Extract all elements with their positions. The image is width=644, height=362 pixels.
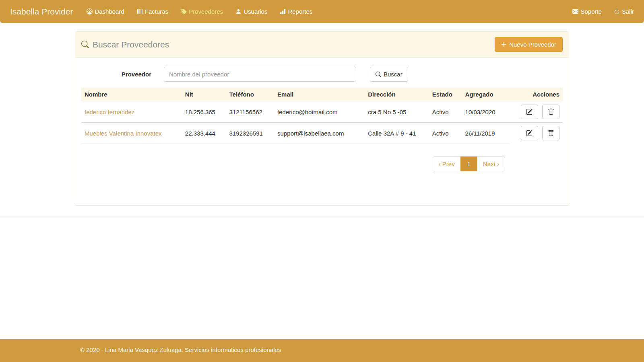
column-header-nombre: Nombre (81, 88, 182, 101)
top-navbar: Isabella Provider Dashboard Facturas Pro… (0, 0, 644, 23)
search-icon (81, 41, 89, 48)
trash-icon (548, 109, 554, 115)
panel-header: Buscar Proveedores Nuevo Proveedor (75, 32, 569, 58)
nav-item-label: Facturas (145, 8, 168, 15)
pagination-page-1[interactable]: 1 (460, 156, 477, 171)
new-provider-button[interactable]: Nuevo Proveedor (495, 37, 563, 52)
power-icon (614, 8, 620, 14)
nav-item-label: Usuarios (244, 8, 267, 15)
brand[interactable]: Isabella Provider (10, 7, 73, 16)
cell-nit: 22.333.444 (182, 123, 226, 144)
footer: © 2020 - Lina Maria Vasquez Zuluaga. Ser… (0, 339, 644, 362)
nav-right: Soporte Salir (560, 8, 634, 15)
barcode-icon (137, 8, 143, 14)
copyright-text: © 2020 - Lina Maria Vasquez Zuluaga. Ser… (75, 339, 569, 353)
provider-label: Proveedor (81, 71, 151, 78)
delete-button[interactable] (542, 126, 559, 140)
pagination-next[interactable]: Next › (477, 156, 505, 171)
column-header-direccion: Dirección (365, 88, 429, 101)
edit-button[interactable] (521, 105, 538, 119)
nav-item-label: Proveedores (189, 8, 223, 15)
new-provider-button-label: Nuevo Proveedor (509, 41, 556, 48)
nav-item-facturas[interactable]: Facturas (137, 8, 168, 15)
table-header-row: Nombre Nit Teléfono Email Dirección Esta… (81, 88, 563, 101)
column-header-telefono: Teléfono (226, 88, 275, 101)
user-icon (235, 8, 242, 14)
search-button-label: Buscar (384, 71, 402, 78)
content-divider (0, 218, 644, 218)
edit-icon (526, 109, 533, 115)
search-icon (376, 72, 381, 77)
cell-direccion: Calle 32A # 9 - 41 (365, 123, 429, 144)
panel-body: Proveedor Buscar Nombre Nit (75, 58, 569, 205)
column-header-email: Email (274, 88, 365, 101)
cell-estado: Activo (429, 123, 462, 144)
nav-item-reportes[interactable]: Reportes (280, 8, 312, 15)
cell-email: federico@hotmail.com (274, 101, 365, 123)
nav-item-label: Reportes (288, 8, 312, 15)
provider-name-link[interactable]: federico fernandez (85, 109, 134, 115)
provider-name-link[interactable]: Muebles Valentina Innovatex (85, 130, 162, 137)
tags-icon (181, 8, 187, 14)
table-row: Muebles Valentina Innovatex 22.333.444 3… (81, 123, 563, 144)
nav-item-salir[interactable]: Salir (614, 8, 634, 15)
cell-nit: 18.256.365 (182, 101, 226, 123)
nav-item-soporte[interactable]: Soporte (572, 8, 602, 15)
page-title-text: Buscar Proveedores (93, 40, 169, 49)
trash-icon (548, 130, 554, 136)
cell-email: support@isabellaea.com (274, 123, 365, 144)
nav-item-dashboard[interactable]: Dashboard (87, 8, 124, 15)
nav-item-label: Dashboard (95, 8, 124, 15)
nav-item-proveedores[interactable]: Proveedores (181, 8, 223, 15)
pagination-prev[interactable]: ‹ Prev (433, 156, 461, 171)
page-title: Buscar Proveedores (81, 40, 169, 49)
nav-item-label: Salir (622, 8, 634, 15)
cell-telefono: 3121156562 (226, 101, 275, 123)
nav-item-label: Soporte (580, 8, 602, 15)
cell-actions (515, 123, 563, 144)
nav-item-usuarios[interactable]: Usuarios (235, 8, 267, 15)
column-header-estado: Estado (429, 88, 462, 101)
cell-agregado: 10/03/2020 (462, 101, 515, 123)
column-header-acciones: Acciones (515, 88, 563, 101)
cell-actions (515, 101, 563, 123)
search-button[interactable]: Buscar (370, 67, 408, 82)
search-form: Proveedor Buscar (81, 67, 563, 82)
providers-panel: Buscar Proveedores Nuevo Proveedor Prove… (75, 31, 569, 206)
cell-telefono: 3192326591 (226, 123, 275, 144)
speedometer-icon (87, 8, 93, 14)
delete-button[interactable] (542, 105, 559, 119)
edit-icon (526, 130, 533, 136)
providers-table: Nombre Nit Teléfono Email Dirección Esta… (81, 88, 563, 144)
envelope-icon (572, 8, 578, 14)
plus-icon (501, 42, 506, 47)
table-row: federico fernandez 18.256.365 3121156562… (81, 101, 563, 123)
cell-agregado: 26/11/2019 (462, 123, 515, 144)
pagination: ‹ Prev 1 Next › (81, 156, 563, 171)
edit-button[interactable] (521, 126, 538, 140)
nav-menu: Dashboard Facturas Proveedores Usuarios … (87, 8, 325, 15)
table-bottom-border (81, 144, 509, 144)
column-header-agregado: Agregado (462, 88, 515, 101)
cell-direccion: cra 5 No 5 -05 (365, 101, 429, 123)
bar-chart-icon (280, 8, 286, 14)
column-header-nit: Nit (182, 88, 226, 101)
cell-estado: Activo (429, 101, 462, 123)
main-container: Buscar Proveedores Nuevo Proveedor Prove… (75, 31, 569, 206)
provider-name-input[interactable] (164, 67, 356, 82)
